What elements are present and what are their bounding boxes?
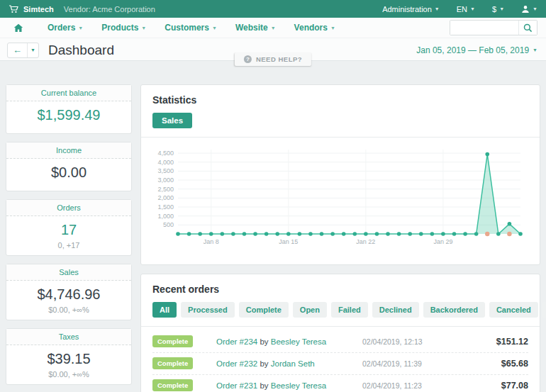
topbar-menu-currency[interactable]: $▼ [492, 5, 504, 13]
chart-point[interactable] [198, 232, 202, 236]
chart-point[interactable] [441, 232, 445, 236]
search-box [450, 20, 537, 35]
svg-text:Jan 15: Jan 15 [279, 238, 298, 245]
order-status-badge[interactable]: Complete [152, 379, 193, 391]
chart-point[interactable] [342, 232, 346, 236]
orders-list: CompleteOrder #234 by Beesley Teresa02/0… [152, 331, 528, 392]
filter-failed[interactable]: Failed [331, 302, 368, 318]
chart-point[interactable] [243, 232, 247, 236]
filter-backordered[interactable]: Backordered [423, 302, 485, 318]
filter-processed[interactable]: Processed [181, 302, 235, 318]
order-link[interactable]: Order #231 [216, 381, 257, 390]
order-status-badge[interactable]: Complete [152, 357, 193, 369]
topbar-menu-language[interactable]: EN▼ [457, 5, 475, 13]
back-history-dropdown[interactable]: ▼ [27, 43, 38, 57]
chart-point[interactable] [430, 232, 435, 236]
order-status-cell: Complete [152, 357, 209, 369]
order-total: $151.12 [467, 337, 528, 347]
customer-link[interactable]: Beesley Teresa [271, 381, 326, 390]
chevron-down-icon: ▼ [78, 26, 83, 30]
chart-secondary-point[interactable] [507, 232, 511, 236]
summary-card-orders: Orders170, +17 [6, 199, 132, 256]
summary-card-value: $1,599.49 [6, 101, 131, 133]
nav-item-label: Products [101, 23, 138, 33]
customer-link[interactable]: Jordan Seth [271, 359, 315, 368]
brand-logo[interactable]: Simtech [23, 5, 54, 13]
chart-point[interactable] [419, 232, 423, 236]
page-header: ← ▼ Dashboard Jan 05, 2019 — Feb 05, 201… [0, 38, 546, 61]
chart-point[interactable] [330, 232, 335, 236]
nav-item-website[interactable]: Website▼ [235, 23, 276, 33]
question-mark-icon: ? [244, 55, 252, 63]
svg-text:4,500: 4,500 [157, 150, 174, 157]
chart-point[interactable] [397, 232, 401, 236]
chart-point[interactable] [485, 152, 489, 157]
order-status-cell: Complete [152, 379, 209, 391]
summary-card-value: $39.15 [6, 345, 131, 370]
chart-point[interactable] [221, 232, 225, 236]
chart-point[interactable] [253, 232, 257, 236]
chart-point[interactable] [496, 232, 501, 236]
order-link[interactable]: Order #234 [216, 337, 257, 346]
svg-text:Jan 22: Jan 22 [356, 238, 375, 245]
order-link[interactable]: Order #232 [216, 359, 257, 368]
chart-point[interactable] [386, 232, 390, 236]
chevron-down-icon: ▼ [435, 6, 440, 11]
nav-item-orders[interactable]: Orders▼ [48, 23, 83, 33]
summary-card-sales: Sales$4,746.96$0.00, +∞% [6, 264, 132, 320]
order-cell: Order #234 by Beesley Teresa [209, 337, 362, 346]
nav-item-label: Website [235, 23, 268, 33]
chart-point[interactable] [375, 232, 379, 236]
svg-text:2,500: 2,500 [157, 186, 174, 193]
filter-canceled[interactable]: Canceled [489, 302, 538, 318]
date-range-picker[interactable]: Jan 05, 2019 — Feb 05, 2019 ▼ [416, 45, 537, 55]
topbar-right-menus: Administration▼EN▼$▼ ▼ [365, 5, 537, 13]
need-help-button[interactable]: ? NEED HELP? [235, 52, 311, 66]
customer-link[interactable]: Beesley Teresa [271, 337, 326, 346]
table-row: CompleteOrder #234 by Beesley Teresa02/0… [152, 331, 528, 353]
tab-sales[interactable]: Sales [152, 113, 192, 128]
filter-complete[interactable]: Complete [239, 302, 289, 318]
back-button[interactable]: ← [8, 43, 27, 57]
chart-point[interactable] [176, 232, 180, 236]
chart-point[interactable] [518, 232, 523, 236]
chart-point[interactable] [463, 232, 467, 236]
chart-point[interactable] [508, 222, 512, 226]
search-input[interactable] [450, 21, 518, 35]
filter-declined[interactable]: Declined [372, 302, 419, 318]
chart-point[interactable] [209, 232, 213, 236]
chevron-down-icon: ▼ [141, 26, 146, 30]
chart-point[interactable] [231, 232, 235, 236]
nav-item-products[interactable]: Products▼ [101, 23, 146, 33]
sales-chart: 5001,0001,5002,0002,5003,0003,5004,0004,… [152, 146, 528, 255]
filter-all[interactable]: All [152, 302, 177, 318]
chart-point[interactable] [308, 232, 313, 236]
chart-point[interactable] [298, 232, 302, 236]
nav-item-vendors[interactable]: Vendors▼ [294, 23, 335, 33]
home-button[interactable] [13, 23, 23, 33]
summary-card-label: Income [6, 142, 131, 159]
chart-secondary-point[interactable] [485, 232, 489, 236]
filter-open[interactable]: Open [293, 302, 327, 318]
chart-point[interactable] [408, 232, 412, 236]
chart-point[interactable] [352, 232, 357, 236]
search-button[interactable] [518, 21, 537, 35]
summary-card-taxes: Taxes$39.15$0.00, +∞% [6, 328, 132, 385]
chart-point[interactable] [320, 232, 324, 236]
chart-point[interactable] [474, 232, 479, 236]
filter-awaiting-call[interactable]: Awaiting call [542, 302, 546, 318]
nav-item-customers[interactable]: Customers▼ [165, 23, 217, 33]
order-status-badge[interactable]: Complete [152, 335, 193, 347]
user-menu[interactable]: ▼ [521, 5, 537, 13]
search-icon [523, 23, 533, 33]
svg-text:3,000: 3,000 [157, 177, 174, 184]
summary-card-label: Sales [6, 264, 131, 281]
chart-point[interactable] [275, 232, 279, 236]
chart-point[interactable] [364, 232, 368, 236]
chart-point[interactable] [264, 232, 269, 236]
chart-point[interactable] [452, 232, 457, 236]
chart-point[interactable] [286, 232, 291, 236]
chart-point[interactable] [187, 232, 191, 236]
topbar-menu-administration[interactable]: Administration▼ [382, 5, 440, 13]
chevron-down-icon: ▼ [533, 47, 537, 52]
